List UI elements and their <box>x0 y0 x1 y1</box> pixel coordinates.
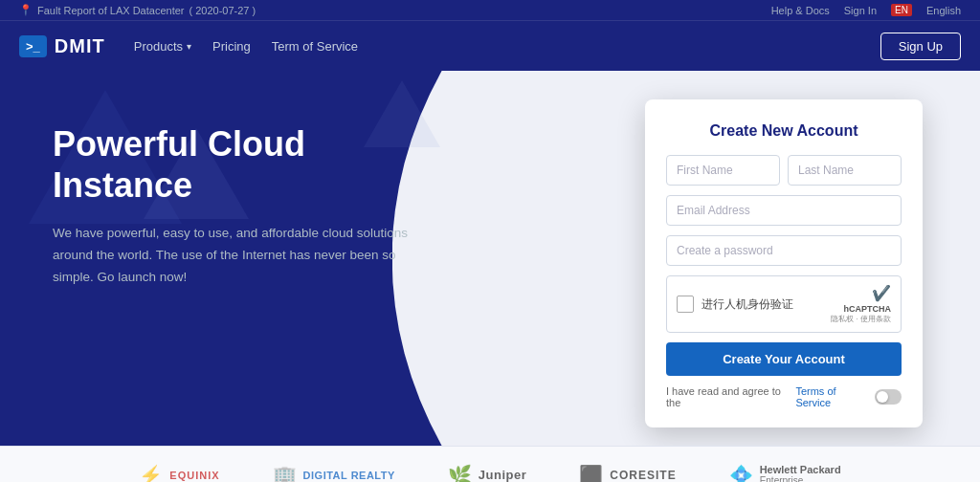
captcha-label: 进行人机身份验证 <box>702 297 793 312</box>
hero-section: Powerful Cloud Instance We have powerful… <box>53 123 416 289</box>
hp-name-block: Hewlett Packard Enterprise <box>760 464 841 482</box>
tos-link[interactable]: Terms of Service <box>795 385 869 408</box>
partner-digital-realty: 🏢 DIGITAL REALTY <box>273 464 395 483</box>
hp-sub: Enterprise <box>760 475 841 482</box>
email-input[interactable] <box>666 195 902 226</box>
password-row <box>666 235 902 266</box>
announcement-right: Help & Docs Sign In EN English <box>771 4 961 16</box>
password-input[interactable] <box>666 235 902 266</box>
hp-name: Hewlett Packard <box>760 464 841 475</box>
coresite-name: CORESITE <box>610 469 676 482</box>
logo-text: DMIT <box>55 35 105 57</box>
tos-toggle[interactable] <box>875 389 902 405</box>
signup-button[interactable]: Sign Up <box>880 33 961 60</box>
hero-title: Powerful Cloud Instance <box>53 123 416 206</box>
nav-left: >_ DMIT Products ▾ Pricing Term of Servi… <box>19 35 358 57</box>
hp-icon: 💠 <box>729 464 753 483</box>
partner-hp: 💠 Hewlett Packard Enterprise <box>729 464 841 483</box>
partner-juniper: 🌿 Juniper <box>448 464 526 483</box>
partners-bar: ⚡ EQUINIX 🏢 DIGITAL REALTY 🌿 Juniper ⬛ C… <box>0 446 980 482</box>
logo[interactable]: >_ DMIT <box>19 35 105 57</box>
announcement-bar: 📍 Fault Report of LAX Datacenter ( 2020-… <box>0 0 980 21</box>
digital-realty-icon: 🏢 <box>273 464 297 483</box>
captcha-checkbox[interactable] <box>677 296 694 313</box>
partner-equinix: ⚡ EQUINIX <box>139 464 219 483</box>
lang-badge: EN <box>891 4 912 16</box>
announcement-date: ( 2020-07-27 ) <box>189 5 256 16</box>
captcha-tick-icon: ✔️ <box>831 284 891 302</box>
equinix-icon: ⚡ <box>139 464 163 483</box>
nav-pricing-label: Pricing <box>212 39 251 54</box>
announcement-message: Fault Report of LAX Datacenter <box>37 5 184 16</box>
email-row <box>666 195 902 226</box>
tos-row: I have read and agree to the Terms of Se… <box>666 385 902 408</box>
digital-realty-name: DIGITAL REALTY <box>303 470 395 481</box>
form-title: Create New Account <box>666 122 902 140</box>
captcha-sub: 隐私权 · 使用条款 <box>831 314 891 324</box>
create-account-button[interactable]: Create Your Account <box>666 342 902 376</box>
navbar: >_ DMIT Products ▾ Pricing Term of Servi… <box>0 21 980 71</box>
logo-icon: >_ <box>19 35 47 57</box>
captcha-left: 进行人机身份验证 <box>677 296 793 313</box>
sign-in-link[interactable]: Sign In <box>844 5 877 16</box>
nav-tos[interactable]: Term of Service <box>272 39 358 54</box>
chevron-down-icon: ▾ <box>187 41 191 52</box>
captcha-right: ✔️ hCAPTCHA 隐私权 · 使用条款 <box>831 284 891 324</box>
nav-tos-label: Term of Service <box>272 39 358 54</box>
tos-text: I have read and agree to the <box>666 385 791 408</box>
captcha-brand: hCAPTCHA <box>831 304 891 314</box>
nav-products[interactable]: Products ▾ <box>134 39 191 54</box>
hero-subtitle: We have powerful, easy to use, and affor… <box>53 223 416 289</box>
help-docs-link[interactable]: Help & Docs <box>771 5 830 16</box>
signup-form-card: Create New Account 进行人机身份验证 ✔️ hCAPTCHA … <box>645 99 923 427</box>
announcement-left: 📍 Fault Report of LAX Datacenter ( 2020-… <box>19 4 256 16</box>
coresite-icon: ⬛ <box>579 464 603 483</box>
fault-icon: 📍 <box>19 4 33 16</box>
toggle-knob <box>877 391 888 403</box>
name-row <box>666 155 902 186</box>
equinix-name: EQUINIX <box>169 470 219 481</box>
juniper-icon: 🌿 <box>448 464 472 483</box>
last-name-input[interactable] <box>788 155 902 186</box>
main-area: Powerful Cloud Instance We have powerful… <box>0 71 980 446</box>
nav-menu: Products ▾ Pricing Term of Service <box>134 39 358 54</box>
captcha-box[interactable]: 进行人机身份验证 ✔️ hCAPTCHA 隐私权 · 使用条款 <box>666 275 902 333</box>
first-name-input[interactable] <box>666 155 780 186</box>
nav-products-label: Products <box>134 39 183 54</box>
nav-pricing[interactable]: Pricing <box>212 39 251 54</box>
lang-label: English <box>926 5 961 16</box>
juniper-name: Juniper <box>479 468 526 482</box>
partner-coresite: ⬛ CORESITE <box>579 464 676 483</box>
